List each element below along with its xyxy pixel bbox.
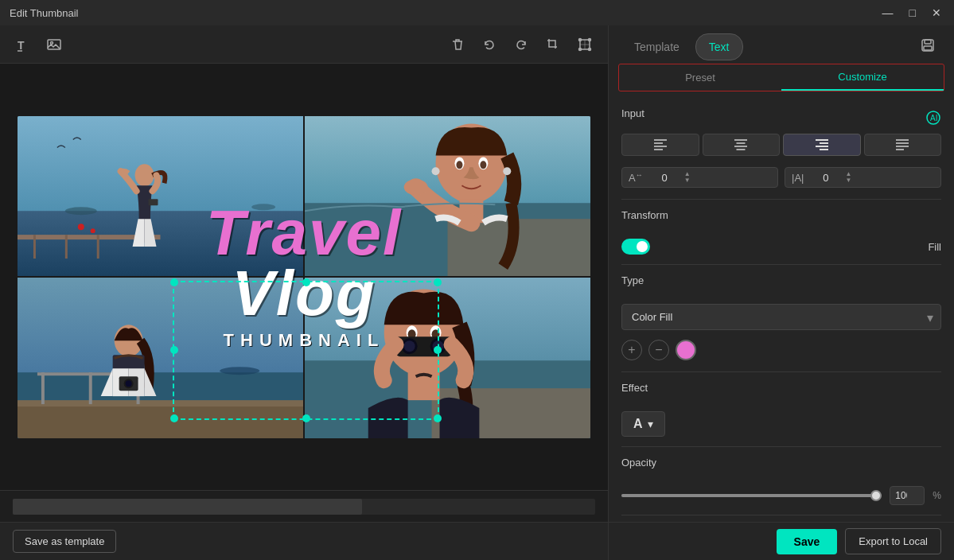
opacity-slider-fill [621,494,882,497]
svg-point-11 [65,207,97,215]
svg-point-17 [135,164,154,186]
align-left-button[interactable] [621,134,699,156]
svg-point-59 [433,340,444,352]
sub-tab-preset[interactable]: Preset [619,64,781,91]
letter-spacing-spinners: ▲ ▼ [684,171,691,184]
line-height-group: |A| 0 ▲ ▼ [785,167,941,188]
svg-rect-60 [408,372,440,400]
divider-3 [621,371,941,372]
undo-button[interactable] [479,34,500,55]
save-template-button[interactable]: Save as template [13,530,116,553]
svg-point-8 [589,48,591,50]
minimize-button[interactable]: — [879,5,897,21]
letter-spacing-label: A↔ [629,171,643,184]
spacing-row: A↔ 0 ▲ ▼ |A| 0 ▲ ▼ [621,167,941,188]
export-button[interactable]: Export to Local [845,528,941,554]
input-section: Input AI [621,107,941,127]
type-dropdown-wrapper: Color Fill Gradient Fill None [621,304,941,330]
opacity-slider-track[interactable] [621,494,882,497]
align-center-button[interactable] [703,134,781,156]
svg-point-12 [251,204,275,210]
opacity-slider-thumb[interactable] [870,490,882,501]
svg-point-31 [503,167,511,175]
svg-rect-18 [149,199,158,205]
effect-label-row: Effect [621,382,941,402]
opacity-value-input[interactable]: 100 [890,486,925,505]
svg-point-57 [404,340,415,352]
line-height-input[interactable]: 0 [808,172,840,184]
save-panel-button[interactable] [914,35,941,59]
bottom-bar-right: Save Export to Local [609,522,954,560]
svg-rect-36 [18,400,303,406]
svg-rect-16 [97,235,99,259]
svg-rect-70 [734,139,747,141]
main-layout: T [0,25,954,560]
effect-dropdown-arrow: ▾ [648,418,653,430]
text-tool-button[interactable]: T [13,33,35,56]
svg-rect-63 [924,46,932,50]
add-color-button[interactable]: + [621,340,642,360]
sub-tabs-bordered: Preset Customize [618,64,944,91]
svg-rect-71 [737,142,746,144]
align-justify-button[interactable] [864,134,942,156]
letter-spacing-group: A↔ 0 ▲ ▼ [621,167,778,188]
svg-rect-38 [89,372,92,404]
svg-rect-62 [925,40,931,44]
canvas-wrapper[interactable]: Travel Vlog THUMBNAIL [18,116,590,438]
svg-rect-66 [654,139,667,141]
align-right-button[interactable] [783,134,861,156]
photo-bot-right [305,278,590,438]
svg-point-27 [456,161,462,169]
opacity-label: Opacity [621,457,656,469]
effect-row: A ▾ [621,411,941,437]
remove-color-button[interactable]: − [648,340,669,360]
effect-current-value: A [633,417,643,431]
timeline-bar[interactable] [13,499,595,515]
opacity-unit: % [933,490,941,501]
letter-spacing-input[interactable]: 0 [648,172,679,184]
svg-point-30 [432,167,440,175]
image-tool-button[interactable] [43,33,65,56]
crop-button[interactable] [543,34,563,55]
canvas-area[interactable]: Travel Vlog THUMBNAIL [0,64,608,490]
title-bar: Edit Thumbnail — □ ✕ [0,0,954,25]
delete-button[interactable] [447,34,468,55]
transform-row: Transform [621,209,941,229]
save-button[interactable]: Save [777,529,838,554]
divider-1 [621,199,941,200]
svg-rect-15 [65,235,68,259]
redo-button[interactable] [511,34,532,55]
tab-template[interactable]: Template [621,34,692,60]
line-height-label: |A| [792,172,804,184]
type-label-row: Type [621,274,941,294]
maximize-button[interactable]: □ [906,5,919,21]
photo-top-right [305,116,590,277]
photo-top-left [18,116,303,277]
fill-toggle[interactable] [621,239,650,255]
svg-point-46 [220,367,259,375]
type-dropdown[interactable]: Color Fill Gradient Fill None [621,304,941,330]
divider-2 [621,264,941,265]
toolbar-tools: T [13,33,65,56]
svg-point-7 [579,48,582,50]
photo-bot-left [18,278,303,438]
fill-label: Fill [928,241,941,253]
sub-tab-customize[interactable]: Customize [781,64,944,91]
ai-button[interactable]: AI [925,110,941,126]
toolbar: T [0,25,608,64]
line-height-down[interactable]: ▼ [845,177,851,184]
right-panel-content: Input AI [609,95,954,522]
close-button[interactable]: ✕ [929,5,944,21]
color-swatch[interactable] [676,340,696,360]
svg-rect-79 [896,142,909,144]
transform-button[interactable] [574,34,595,55]
letter-spacing-down[interactable]: ▼ [684,177,691,184]
timeline-area [0,490,608,522]
thumbnail-grid [18,116,590,438]
sub-tabs-container: Preset Customize [609,60,954,95]
effect-dropdown-button[interactable]: A ▾ [621,411,665,437]
divider-5 [621,515,941,515]
svg-rect-10 [18,211,303,276]
tab-text[interactable]: Text [695,33,743,60]
color-row: + − [621,340,941,360]
